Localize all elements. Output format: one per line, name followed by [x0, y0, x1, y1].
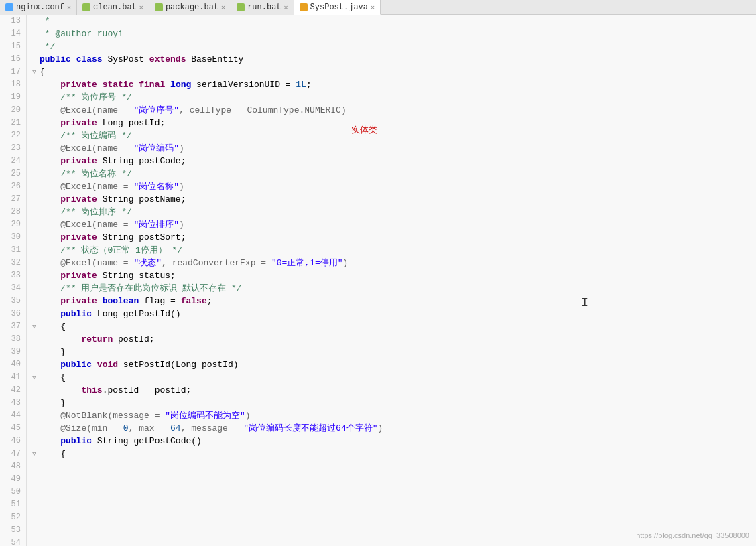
code-line-51: } [29, 397, 756, 409]
code-line-14: * @author ruoyi [29, 27, 756, 40]
watermark: https://blog.csdn.net/qq_33508000 [636, 531, 749, 539]
tab-label-nginx: nginx.conf [16, 3, 64, 12]
code-lines: * * @author ruoyi */ public class SysPos… [27, 15, 756, 546]
code-line-36: /** 状态（0正常 1停用） */ [29, 244, 756, 257]
code-line-50: this .postId = postId; [29, 384, 756, 397]
code-line-54: @Size(min = 0 , max = 64 , message = "岗位… [29, 422, 756, 435]
line-numbers: 13 14 15 16 17 18 19 20 21 22 23 24 25 2… [0, 15, 27, 546]
tab-icon-clean [82, 3, 90, 11]
code-line-45: return postId; [29, 333, 756, 346]
fold-icon-44[interactable]: ▽ [29, 322, 39, 332]
code-area: 13 14 15 16 17 18 19 20 21 22 23 24 25 2… [0, 15, 756, 546]
code-line-37: @Excel(name = "状态" , readConverterExp = … [29, 257, 756, 269]
close-icon-syspost[interactable]: ✕ [371, 3, 375, 11]
code-line-15: */ [29, 40, 756, 53]
tab-nginx-conf[interactable]: nginx.conf ✕ [0, 0, 77, 15]
tab-icon-nginx [5, 3, 13, 11]
code-line-17: ▽ { [29, 66, 756, 78]
code-line-40: /** 用户是否存在此岗位标识 默认不存在 */ [29, 282, 756, 295]
code-line-56: ▽ { [29, 448, 756, 460]
code-line-43: public Long getPostId() [29, 308, 756, 320]
code-line-21: @Excel(name = "岗位序号" , cellType = Column… [29, 104, 756, 117]
code-line-55: public String getPostCode() [29, 435, 756, 448]
code-line-49: ▽ { [29, 371, 756, 384]
tab-bar: nginx.conf ✕ clean.bat ✕ package.bat ✕ r… [0, 0, 756, 15]
code-line-32: /** 岗位排序 */ [29, 206, 756, 218]
tab-label-package: package.bat [166, 3, 218, 12]
code-line-33: @Excel(name = "岗位排序" ) [29, 218, 756, 231]
code-line-29: @Excel(name = "岗位名称" ) [29, 180, 756, 193]
code-line-13: * [29, 15, 756, 27]
code-line-22: private Long postId; [29, 117, 756, 129]
code-line-18: private static final long serialVersionU… [29, 78, 756, 91]
code-line-34: private String postSort; [29, 231, 756, 244]
close-icon-run[interactable]: ✕ [284, 3, 288, 11]
close-icon-clean[interactable]: ✕ [139, 3, 143, 11]
code-line-28: /** 岗位名称 */ [29, 167, 756, 180]
fold-icon-49[interactable]: ▽ [29, 373, 39, 383]
code-line-48: public void setPostId(Long postId) [29, 358, 756, 371]
code-line-41: private boolean flag = false ; [29, 295, 756, 308]
tab-icon-syspost [300, 3, 308, 11]
code-line-16: public class SysPost extends BaseEntity [29, 53, 756, 66]
code-line-46: } [29, 346, 756, 358]
tab-package-bat[interactable]: package.bat ✕ [149, 0, 231, 15]
fold-icon-56[interactable]: ▽ [29, 450, 39, 459]
tab-sys-post[interactable]: SysPost.java ✕ [294, 0, 381, 15]
close-icon-package[interactable]: ✕ [221, 3, 225, 11]
tab-label-run: run.bat [247, 3, 281, 12]
code-line-25: @Excel(name = "岗位编码" ) [29, 142, 756, 155]
tab-clean-bat[interactable]: clean.bat ✕ [77, 0, 149, 15]
tab-run-bat[interactable]: run.bat ✕ [231, 0, 294, 15]
code-line-30: private String postName; [29, 193, 756, 206]
code-line-20: /** 岗位序号 */ [29, 91, 756, 104]
tab-label-syspost: SysPost.java [310, 3, 368, 12]
code-line-26: private String postCode; [29, 155, 756, 167]
tab-icon-run [237, 3, 245, 11]
code-line-44: ▽ { [29, 320, 756, 333]
code-line-38: private String status; [29, 269, 756, 282]
close-icon-nginx[interactable]: ✕ [67, 3, 71, 11]
fold-icon-17[interactable]: ▽ [29, 68, 39, 77]
code-line-24: /** 岗位编码 */ [29, 129, 756, 142]
tab-icon-package [155, 3, 163, 11]
code-line-53: @NotBlank(message = "岗位编码不能为空" ) [29, 409, 756, 422]
tab-label-clean: clean.bat [93, 3, 137, 12]
